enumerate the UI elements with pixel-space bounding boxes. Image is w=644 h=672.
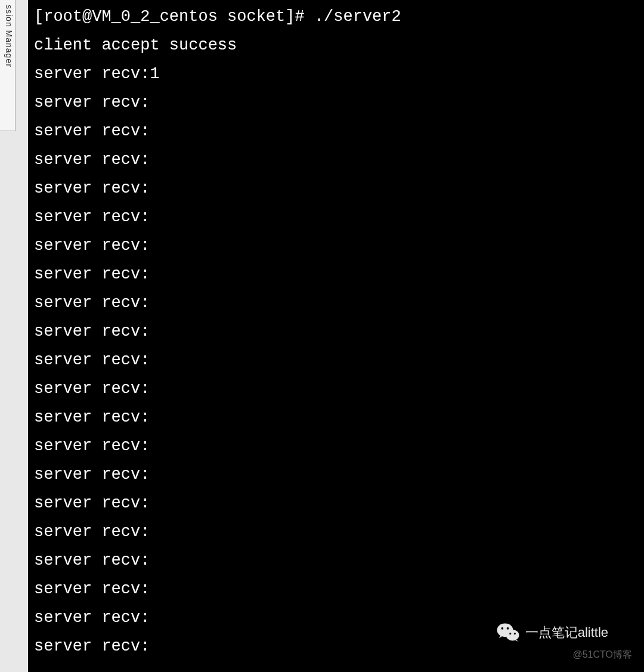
terminal-output-line: server recv:: [34, 174, 638, 203]
terminal-output-line: server recv:1: [34, 60, 638, 88]
svg-point-1: [501, 627, 503, 630]
terminal-output-line: server recv:: [34, 546, 638, 575]
terminal-output-line: server recv:: [34, 575, 638, 603]
terminal-output-line: server recv:: [34, 231, 638, 260]
terminal-output-line: server recv:: [34, 374, 638, 403]
terminal-output-line: server recv:: [34, 403, 638, 432]
watermark-logo: 一点笔记alittle: [496, 620, 608, 645]
terminal-command: ./server2: [314, 8, 401, 26]
terminal-output-line: server recv:: [34, 489, 638, 518]
terminal-prompt-line: [root@VM_0_2_centos socket]# ./server2: [34, 2, 638, 31]
svg-point-3: [506, 630, 519, 640]
terminal-output-line: server recv:: [34, 203, 638, 231]
terminal-output-line: server recv:: [34, 346, 638, 374]
svg-point-5: [513, 633, 515, 634]
terminal-output-line: server recv:: [34, 145, 638, 174]
svg-point-2: [506, 627, 509, 630]
sidebar-label: ssion Manager: [4, 5, 14, 67]
terminal-output-line: server recv:: [34, 518, 638, 546]
watermark-sub-text: @51CTO博客: [572, 649, 632, 661]
wechat-icon: [496, 620, 521, 645]
terminal-output-line: client accept success: [34, 31, 638, 60]
watermark-main-text: 一点笔记alittle: [525, 624, 608, 642]
terminal-output-line: server recv:: [34, 289, 638, 317]
terminal-output-line: server recv:: [34, 460, 638, 489]
session-manager-tab[interactable]: ssion Manager: [0, 0, 16, 131]
terminal-output-line: server recv:: [34, 432, 638, 460]
terminal-window[interactable]: [root@VM_0_2_centos socket]# ./server2 c…: [28, 0, 644, 672]
terminal-output-line: server recv:: [34, 317, 638, 346]
svg-point-4: [509, 633, 511, 634]
terminal-output-line: server recv:: [34, 88, 638, 117]
terminal-output-line: server recv:: [34, 117, 638, 145]
terminal-output-line: server recv:: [34, 260, 638, 289]
terminal-output: client accept successserver recv:1server…: [34, 31, 638, 661]
terminal-prompt: [root@VM_0_2_centos socket]#: [34, 8, 314, 26]
